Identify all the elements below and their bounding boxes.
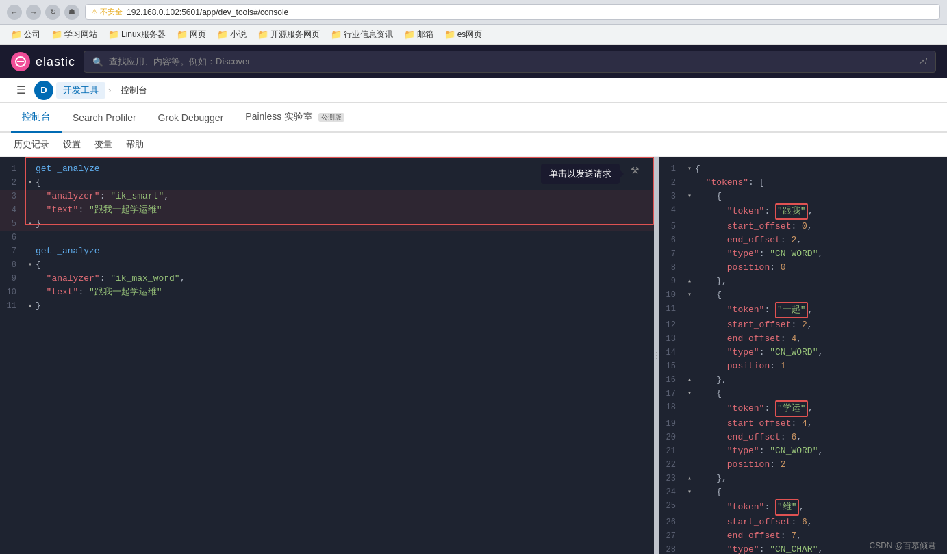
editor-line-6: 6 xyxy=(0,231,654,244)
response-line-7: 7 "type": "CN_WORD", xyxy=(659,247,947,261)
bookmark-industry[interactable]: 📁 行业信息资讯 xyxy=(327,27,397,42)
folder-icon: 📁 xyxy=(331,29,342,40)
response-panel: 1 ▾ { 2 "tokens": [ 3 ▾ { 4 "token": "跟我… xyxy=(659,157,947,554)
toolbar: 历史记录 设置 变量 帮助 xyxy=(0,133,947,157)
token-yiqi: "一起" xyxy=(775,302,808,318)
token-genwo: "跟我" xyxy=(775,203,808,220)
response-line-24: 24 ▾ { xyxy=(659,485,947,499)
response-line-23: 23 ▴ }, xyxy=(659,472,947,485)
security-warning-icon: ⚠ 不安全 xyxy=(91,7,123,17)
folder-icon: 📁 xyxy=(11,29,22,40)
response-line-15: 15 position: 1 xyxy=(659,359,947,373)
bookmarks-bar: 📁 公司 📁 学习网站 📁 Linux服务器 📁 网页 📁 小说 📁 开源服务网… xyxy=(0,25,947,45)
bookmark-company[interactable]: 📁 公司 xyxy=(7,27,45,42)
hamburger-button[interactable]: ☰ xyxy=(11,78,31,102)
response-line-19: 19 start_offset: 4, xyxy=(659,417,947,431)
tab-navigation: 控制台 Search Profiler Grok Debugger Painle… xyxy=(0,103,947,133)
home-button[interactable]: ☗ xyxy=(64,5,79,20)
browser-bar: ← → ↻ ☗ ⚠ 不安全 192.168.0.102:5601/app/dev… xyxy=(0,0,947,25)
url-display: 192.168.0.102:5601/app/dev_tools#/consol… xyxy=(127,8,288,17)
token-xueyun: "学运" xyxy=(775,400,808,417)
editor-line-11: 11 ▴ } xyxy=(0,299,654,313)
nav-bar: ☰ D 开发工具 › 控制台 xyxy=(0,78,947,103)
tab-search-profiler[interactable]: Search Profiler xyxy=(62,104,147,133)
folder-icon: 📁 xyxy=(257,29,268,40)
address-bar[interactable]: ⚠ 不安全 192.168.0.102:5601/app/dev_tools#/… xyxy=(85,4,940,20)
response-line-5: 5 start_offset: 0, xyxy=(659,220,947,233)
response-line-4: 4 "token": "跟我", xyxy=(659,203,947,220)
bookmark-novel[interactable]: 📁 小说 xyxy=(213,27,251,42)
editor-line-9: 9 "analyzer": "ik_max_word", xyxy=(0,272,654,285)
forward-button[interactable]: → xyxy=(26,5,41,20)
bookmark-es[interactable]: 📁 es网页 xyxy=(440,27,487,42)
editor-line-7: 7 get _analyze xyxy=(0,244,654,258)
response-line-9: 9 ▴ }, xyxy=(659,275,947,288)
editor-line-3: 3 "analyzer": "ik_smart", xyxy=(0,190,654,203)
elastic-header: elastic 🔍 查找应用、内容等。例如：Discover ↗/ xyxy=(0,45,947,78)
back-button[interactable]: ← xyxy=(7,5,22,20)
toolbar-history[interactable]: 历史记录 xyxy=(11,137,52,152)
response-line-13: 13 end_offset: 4, xyxy=(659,332,947,346)
nav-avatar[interactable]: D xyxy=(34,81,53,100)
response-line-2: 2 "tokens": [ xyxy=(659,176,947,190)
response-line-16: 16 ▴ }, xyxy=(659,373,947,387)
editor-content[interactable]: 1 get _analyze 2 ▾ { 3 "analyzer": "ik_s… xyxy=(0,157,654,554)
toolbar-settings[interactable]: 设置 xyxy=(60,137,84,152)
toolbar-variables[interactable]: 变量 xyxy=(92,137,115,152)
response-line-6: 6 end_offset: 2, xyxy=(659,233,947,247)
editor-panel[interactable]: 单击以发送请求 ▶ ⚒ 1 get _analyze 2 ▾ { xyxy=(0,157,654,554)
bookmark-mail[interactable]: 📁 邮箱 xyxy=(400,27,438,42)
elastic-logo-text: elastic xyxy=(36,55,75,69)
editor-line-10: 10 "text": "跟我一起学运维" xyxy=(0,285,654,299)
breadcrumb: 开发工具 › 控制台 xyxy=(56,82,154,99)
panel-divider[interactable]: ⋮ xyxy=(654,157,659,554)
send-request-tooltip: 单击以发送请求 xyxy=(541,164,620,184)
tab-console[interactable]: 控制台 xyxy=(11,103,62,133)
folder-icon: 📁 xyxy=(444,29,455,40)
token-wei: "维" xyxy=(775,499,799,516)
browser-controls: ← → ↻ ☗ xyxy=(7,5,79,20)
bookmark-opensource[interactable]: 📁 开源服务网页 xyxy=(253,27,324,42)
main-content: 单击以发送请求 ▶ ⚒ 1 get _analyze 2 ▾ { xyxy=(0,157,947,554)
folder-icon: 📁 xyxy=(217,29,228,40)
watermark: CSDN @百慕倾君 xyxy=(869,540,936,552)
response-line-8: 8 position: 0 xyxy=(659,261,947,275)
response-line-17: 17 ▾ { xyxy=(659,387,947,400)
response-line-26: 26 start_offset: 6, xyxy=(659,516,947,529)
response-line-18: 18 "token": "学运", xyxy=(659,400,947,417)
response-line-21: 21 "type": "CN_WORD", xyxy=(659,444,947,458)
response-line-25: 25 "token": "维", xyxy=(659,499,947,516)
search-placeholder: 查找应用、内容等。例如：Discover xyxy=(109,55,251,68)
folder-icon: 📁 xyxy=(51,29,62,40)
editor-line-4: 4 "text": "跟我一起学运维" xyxy=(0,203,654,217)
bookmark-webpage[interactable]: 📁 网页 xyxy=(173,27,210,42)
editor-line-5: 5 ▴ } xyxy=(0,217,654,231)
breadcrumb-devtools[interactable]: 开发工具 xyxy=(56,82,105,99)
bookmark-learn[interactable]: 📁 学习网站 xyxy=(47,27,101,42)
breadcrumb-separator: › xyxy=(108,85,111,95)
breadcrumb-console[interactable]: 控制台 xyxy=(114,82,154,99)
painless-badge: 公测版 xyxy=(318,113,344,122)
response-line-22: 22 position: 2 xyxy=(659,458,947,472)
folder-icon: 📁 xyxy=(404,29,415,40)
response-line-20: 20 end_offset: 6, xyxy=(659,431,947,444)
response-line-3: 3 ▾ { xyxy=(659,190,947,203)
elastic-logo[interactable]: elastic xyxy=(11,52,75,71)
response-line-1: 1 ▾ { xyxy=(659,162,947,176)
tab-painless[interactable]: Painless 实验室 公测版 xyxy=(234,103,355,133)
global-search-bar[interactable]: 🔍 查找应用、内容等。例如：Discover ↗/ xyxy=(84,51,936,73)
editor-line-8: 8 ▾ { xyxy=(0,258,654,272)
response-line-10: 10 ▾ { xyxy=(659,288,947,302)
search-shortcut: ↗/ xyxy=(918,57,927,66)
folder-icon: 📁 xyxy=(177,29,188,40)
toolbar-help[interactable]: 帮助 xyxy=(123,137,147,152)
tab-grok-debugger[interactable]: Grok Debugger xyxy=(147,104,235,133)
search-icon: 🔍 xyxy=(92,57,103,67)
response-line-11: 11 "token": "一起", xyxy=(659,302,947,318)
elastic-logo-icon xyxy=(11,52,30,71)
refresh-button[interactable]: ↻ xyxy=(45,5,60,20)
bookmark-linux[interactable]: 📁 Linux服务器 xyxy=(104,27,170,42)
response-line-12: 12 start_offset: 2, xyxy=(659,318,947,332)
response-line-14: 14 "type": "CN_WORD", xyxy=(659,346,947,359)
folder-icon: 📁 xyxy=(108,29,119,40)
